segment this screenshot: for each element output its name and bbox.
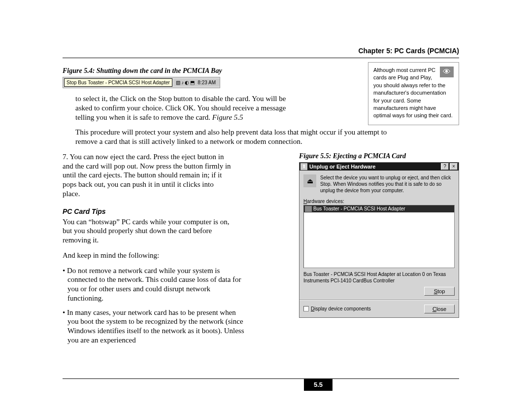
systray-tray: ▧ ♪ ◐ ⬒ 8:23 AM	[173, 79, 220, 86]
unplug-eject-dialog: ⬆ Unplug or Eject Hardware ? × ⏏ Select …	[299, 162, 459, 318]
help-button[interactable]: ?	[441, 163, 449, 170]
tray-icon: ♪	[181, 80, 184, 85]
page-number: 5.5	[304, 379, 332, 391]
stop-button[interactable]: Stop	[424, 287, 455, 296]
hardware-devices-label: Hardware devices:	[303, 199, 455, 204]
bullet-item: • In many cases, your network card has t…	[63, 308, 245, 345]
dialog-title-icon: ⬆	[300, 163, 307, 170]
close-button[interactable]: ×	[450, 163, 458, 170]
list-item[interactable]: Bus Toaster - PCMCIA SCSI Host Adapter	[304, 206, 454, 212]
device-icon	[305, 206, 312, 212]
device-status-text: Bus Toaster - PCMCIA SCSI Host Adapter a…	[303, 271, 455, 284]
page-footer: 5.5	[63, 378, 459, 390]
body-paragraph: to select it, the Click on the Stop butt…	[63, 94, 294, 122]
systray-tooltip: Stop Bus Toaster - PCMCIA SCSI Host Adap…	[64, 78, 172, 87]
body-paragraph: This procedure will protect your system …	[63, 128, 398, 146]
section-heading-pc-card-tips: PC Card Tips	[63, 207, 233, 215]
eject-icon: ⏏	[303, 174, 316, 187]
close-button[interactable]: Close	[424, 305, 455, 313]
display-components-checkbox-label[interactable]: Display device components	[303, 306, 371, 311]
step-number: 7.	[63, 153, 68, 161]
dialog-instruction: Select the device you want to unplug or …	[320, 174, 455, 194]
tray-icon: ▧	[176, 80, 180, 85]
tray-icon: ⬒	[190, 80, 195, 85]
bullet-item: • Do not remove a network card while you…	[63, 266, 245, 303]
dialog-title: Unplug or Eject Hardware	[309, 164, 440, 170]
tray-icon: ◐	[185, 80, 189, 85]
figure-5-4-systray: Stop Bus Toaster - PCMCIA SCSI Host Adap…	[63, 77, 220, 88]
hardware-devices-listbox[interactable]: Bus Toaster - PCMCIA SCSI Host Adapter	[303, 205, 455, 268]
step-7: 7. You can now eject the card. Press the…	[63, 152, 233, 199]
body-paragraph: And keep in mind the following:	[63, 251, 233, 260]
figure-5-4-caption: Figure 5.4: Shutting down the card in th…	[63, 67, 294, 75]
chapter-header: Chapter 5: PC Cards (PCMCIA)	[63, 47, 459, 58]
systray-time: 8:23 AM	[196, 80, 218, 85]
figure-reference: Figure 5.5	[212, 113, 243, 121]
body-paragraph: You can “hotswap” PC cards while your co…	[63, 217, 233, 245]
checkbox[interactable]	[303, 306, 309, 311]
tip-callout-box: 👁 Although most current PC cards are Plu…	[368, 62, 459, 125]
dialog-titlebar: ⬆ Unplug or Eject Hardware ? ×	[299, 163, 459, 171]
eye-icon: 👁	[440, 67, 454, 77]
figure-5-5-caption: Figure 5.5: Ejecting a PCMCIA Card	[299, 152, 459, 160]
page-content: Chapter 5: PC Cards (PCMCIA) 👁 Although …	[63, 47, 459, 350]
